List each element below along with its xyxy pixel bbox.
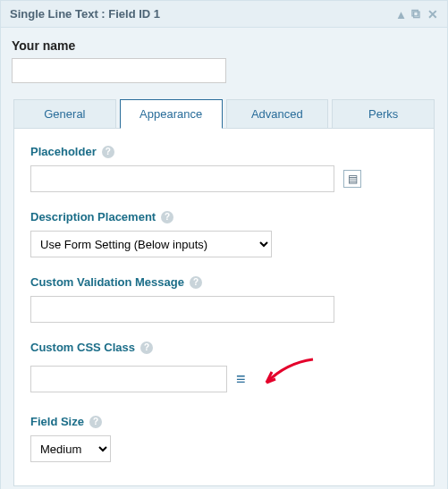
- validation-message-block: Custom Validation Message ?: [30, 275, 418, 323]
- help-icon[interactable]: ?: [89, 416, 102, 428]
- css-ready-classes-icon[interactable]: ≡: [236, 373, 245, 385]
- placeholder-block: Placeholder ? ▤: [30, 145, 418, 192]
- collapse-icon[interactable]: ▴: [398, 7, 404, 21]
- placeholder-label-row: Placeholder ?: [30, 145, 418, 158]
- annotation-arrow: [259, 361, 313, 397]
- tabs: General Appearance Advanced Perks: [13, 99, 435, 129]
- css-class-label-row: Custom CSS Class ?: [30, 341, 418, 354]
- help-icon[interactable]: ?: [161, 211, 173, 223]
- arrow-icon: [259, 352, 322, 397]
- description-placement-label-row: Description Placement ?: [30, 210, 418, 223]
- tab-advanced[interactable]: Advanced: [226, 99, 329, 129]
- placeholder-input[interactable]: [30, 165, 334, 192]
- description-placement-block: Description Placement ? Use Form Setting…: [30, 210, 418, 257]
- merge-tag-button[interactable]: ▤: [343, 170, 361, 188]
- help-icon[interactable]: ?: [140, 341, 153, 354]
- validation-message-input[interactable]: [30, 296, 334, 323]
- field-size-select[interactable]: Medium: [30, 435, 111, 462]
- panel-title: Single Line Text : Field ID 1: [10, 7, 391, 21]
- field-preview: Your name: [1, 28, 447, 99]
- panel-header: Single Line Text : Field ID 1 ▴ ⧉ ✕: [1, 1, 447, 28]
- settings-wrap: General Appearance Advanced Perks Placeh…: [1, 99, 447, 489]
- description-placement-label: Description Placement: [30, 210, 156, 223]
- merge-tag-icon: ▤: [348, 173, 358, 185]
- css-class-input[interactable]: [30, 366, 227, 392]
- preview-label: Your name: [12, 38, 436, 53]
- validation-message-label: Custom Validation Message: [30, 275, 184, 289]
- help-icon[interactable]: ?: [102, 146, 114, 158]
- validation-message-label-row: Custom Validation Message ?: [30, 275, 418, 289]
- preview-input[interactable]: [12, 58, 226, 83]
- tab-perks[interactable]: Perks: [332, 99, 435, 129]
- tab-body-appearance: Placeholder ? ▤ Description Placement ? …: [13, 128, 435, 486]
- field-size-label: Field Size: [30, 415, 84, 428]
- tab-general[interactable]: General: [13, 99, 116, 129]
- field-size-label-row: Field Size ?: [30, 415, 418, 428]
- description-placement-select[interactable]: Use Form Setting (Below inputs): [30, 231, 272, 257]
- field-settings-panel: Single Line Text : Field ID 1 ▴ ⧉ ✕ Your…: [0, 0, 448, 489]
- close-icon[interactable]: ✕: [427, 7, 438, 21]
- duplicate-icon[interactable]: ⧉: [411, 6, 420, 21]
- placeholder-label: Placeholder: [30, 145, 97, 158]
- css-class-block: Custom CSS Class ? ≡: [30, 341, 418, 397]
- tab-appearance[interactable]: Appearance: [120, 99, 223, 129]
- css-class-label: Custom CSS Class: [30, 341, 135, 354]
- field-size-block: Field Size ? Medium: [30, 415, 418, 462]
- help-icon[interactable]: ?: [190, 276, 202, 289]
